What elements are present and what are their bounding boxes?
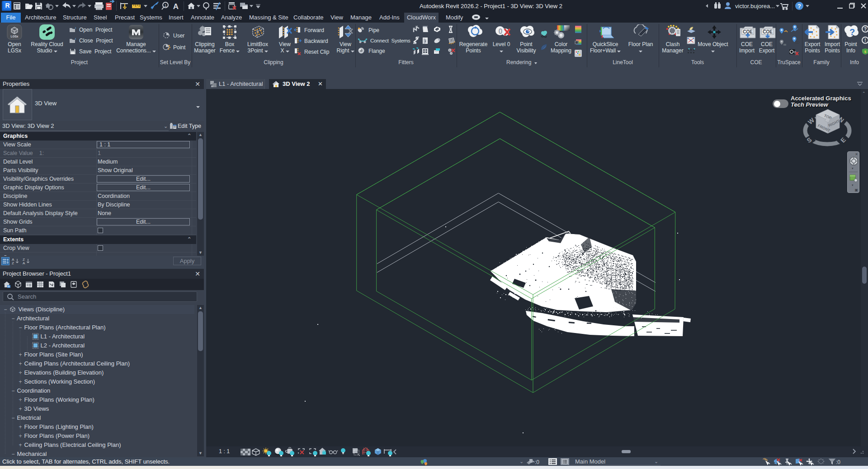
svg-text:Z: Z: [12, 261, 14, 265]
svg-text::0: :0: [535, 459, 539, 465]
svg-text:A: A: [23, 261, 25, 265]
svg-text:victor.bujorea...: victor.bujorea...: [735, 3, 775, 9]
svg-text:1: 1: [164, 3, 166, 8]
svg-text:LGSx: LGSx: [11, 35, 19, 38]
svg-text:?: ?: [864, 27, 867, 32]
svg-text:R: R: [5, 2, 9, 9]
svg-text:$: $: [864, 50, 867, 54]
svg-text:?: ?: [849, 27, 855, 37]
svg-text:?: ?: [797, 3, 801, 9]
svg-text:0: 0: [499, 28, 503, 35]
svg-text:!: !: [864, 38, 866, 43]
svg-text:C̅OE: C̅OE: [763, 29, 773, 34]
svg-text:A: A: [173, 2, 179, 11]
svg-text::0: :0: [836, 459, 840, 465]
